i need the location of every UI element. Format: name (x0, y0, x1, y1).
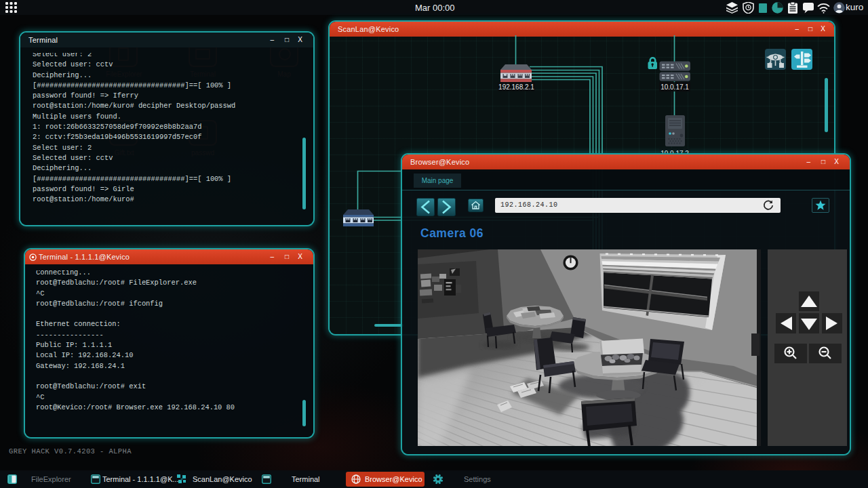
svg-text:192.168.2.1: 192.168.2.1 (498, 83, 534, 91)
svg-text:10.0.17.1: 10.0.17.1 (660, 83, 689, 91)
